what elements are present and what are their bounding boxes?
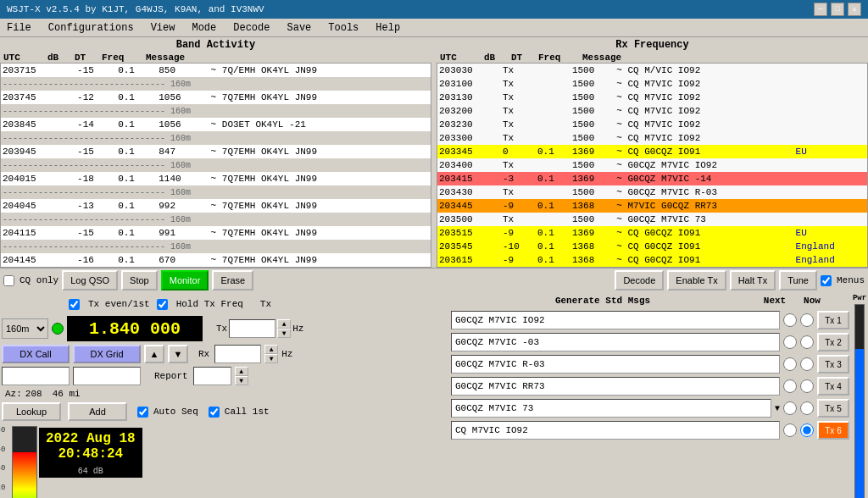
tune-button[interactable]: Tune — [779, 270, 817, 290]
table-row[interactable]: 203745 -12 0.1 1056 ~ 7Q7EMH OK4YL JN99 — [1, 91, 431, 104]
table-row[interactable]: -------------------------------- 160m — [1, 131, 431, 145]
tx-btn-3[interactable]: Tx 3 — [817, 355, 849, 374]
table-row[interactable]: 203515 -9 0.1 1369 ~ CQ G0CQZ IO91 EU — [437, 226, 867, 240]
table-row[interactable]: 203130 Tx 1500 ~ CQ M7VIC IO92 — [437, 91, 867, 104]
close-button[interactable]: ✕ — [848, 3, 861, 16]
msg-text-1[interactable] — [451, 311, 780, 329]
next-radio-3[interactable] — [783, 357, 797, 371]
table-row[interactable]: 203945 -15 0.1 847 ~ 7Q7EMH OK4YL JN99 — [1, 145, 431, 158]
tx-hz-input[interactable]: 1500 — [229, 319, 275, 338]
menu-help[interactable]: Help — [372, 20, 403, 36]
rx-hz-down[interactable]: ▼ — [264, 354, 278, 363]
table-row[interactable]: 204015 -18 0.1 1140 ~ 7Q7EMH OK4YL JN99 — [1, 172, 431, 185]
menu-configurations[interactable]: Configurations — [45, 20, 137, 36]
table-row[interactable]: 203415 -3 0.1 1369 ~ G0CQZ M7VIC -14 — [437, 172, 867, 185]
minimize-button[interactable]: ─ — [814, 3, 827, 16]
tx-even-checkbox[interactable] — [69, 299, 80, 310]
add-button[interactable]: Add — [68, 402, 127, 421]
next-radio-6[interactable] — [783, 423, 797, 437]
table-row[interactable]: 203030 Tx 1500 ~ CQ M/VIC IO92 — [437, 64, 867, 77]
table-row[interactable]: 203100 Tx 1500 ~ CQ M7VIC IO92 — [437, 77, 867, 91]
table-row[interactable]: 204045 -13 0.1 992 ~ 7Q7EMH OK4YL JN99 — [1, 199, 431, 213]
table-row[interactable]: 203200 Tx 1500 ~ CQ M7VIC IO92 — [437, 104, 867, 118]
now-radio-6[interactable] — [800, 423, 814, 437]
table-row[interactable]: -------------------------------- 160m — [1, 185, 431, 199]
lookup-button[interactable]: Lookup — [2, 402, 61, 421]
msg-text-3[interactable] — [451, 355, 780, 374]
table-row[interactable]: 203715 -15 0.1 850 ~ 7Q/EMH OK4YL JN99 — [1, 64, 431, 77]
menu-decode[interactable]: Decode — [230, 20, 273, 36]
table-row[interactable]: 203300 Tx 1500 ~ CQ M7VIC IO92 — [437, 131, 867, 145]
menu-file[interactable]: File — [3, 20, 35, 36]
tx-hz-down[interactable]: ▼ — [277, 329, 291, 338]
table-row[interactable]: 203500 Tx 1500 ~ G0CQZ M7VIC 73 — [437, 213, 867, 226]
next-radio-2[interactable] — [783, 335, 797, 349]
decode-button[interactable]: Decode — [615, 270, 664, 290]
tx-btn-6[interactable]: Tx 6 — [817, 421, 849, 440]
table-row[interactable]: -------------------------------- 160m — [1, 213, 431, 226]
stop-button[interactable]: Stop — [121, 270, 158, 290]
tx-btn-1[interactable]: Tx 1 — [817, 311, 849, 329]
band-selector[interactable]: 160m 80m 40m — [2, 318, 48, 339]
now-radio-5[interactable] — [800, 401, 814, 415]
table-row[interactable]: 203345 0 0.1 1369 ~ CQ G0CQZ IO91 EU — [437, 145, 867, 158]
next-radio-1[interactable] — [783, 313, 797, 327]
enable-tx-button[interactable]: Enable Tx — [667, 270, 726, 290]
table-row[interactable]: 203845 -14 0.1 1056 ~ DO3ET OK4YL -21 — [1, 118, 431, 131]
dx-call-button[interactable]: DX Call — [2, 345, 70, 363]
halt-tx-button[interactable]: Halt Tx — [730, 270, 776, 290]
menus-checkbox[interactable] — [821, 275, 832, 286]
auto-seq-checkbox[interactable] — [137, 407, 148, 418]
arrow-down-button[interactable]: ▼ — [168, 345, 188, 363]
table-row[interactable]: -------------------------------- 160m — [1, 240, 431, 253]
table-row[interactable]: 203545 -10 0.1 1368 ~ CQ G0CQZ IO91 Engl… — [437, 240, 867, 253]
rx-hz-input[interactable]: 1500 — [214, 345, 261, 363]
table-row[interactable]: 204145 -16 0.1 670 ~ 7Q7EMH OK4YL JN99 — [1, 253, 431, 267]
now-radio-1[interactable] — [800, 313, 814, 327]
band-activity-body[interactable]: 203715 -15 0.1 850 ~ 7Q/EMH OK4YL JN99 -… — [0, 63, 431, 268]
menu-view[interactable]: View — [147, 20, 179, 36]
table-row[interactable]: 203230 Tx 1500 ~ CQ M7VIC IO92 — [437, 118, 867, 131]
monitor-button[interactable]: Monitor — [161, 270, 209, 290]
tx-btn-4[interactable]: Tx 4 — [817, 377, 849, 396]
msg-text-2[interactable] — [451, 333, 780, 351]
menu-tools[interactable]: Tools — [325, 20, 362, 36]
tx-btn-5[interactable]: Tx 5 — [817, 399, 849, 418]
now-radio-2[interactable] — [800, 335, 814, 349]
table-row[interactable]: 203400 Tx 1500 ~ G0CQZ M7VIC IO92 — [437, 158, 867, 172]
msg-text-6[interactable] — [451, 421, 780, 440]
report-input[interactable]: -3 — [193, 367, 231, 385]
table-row[interactable]: -------------------------------- 160m — [1, 77, 431, 91]
report-down[interactable]: ▼ — [235, 376, 248, 385]
tx-hz-up[interactable]: ▲ — [277, 319, 291, 329]
log-qso-button[interactable]: Log QSO — [62, 270, 118, 290]
erase-button[interactable]: Erase — [212, 270, 253, 290]
next-radio-5[interactable] — [783, 401, 797, 415]
tx-btn-2[interactable]: Tx 2 — [817, 333, 849, 351]
report-up[interactable]: ▲ — [235, 367, 248, 376]
menu-save[interactable]: Save — [283, 20, 314, 36]
rx-hz-up[interactable]: ▲ — [264, 345, 278, 354]
grid-input[interactable]: IO91 — [73, 367, 141, 385]
next-radio-4[interactable] — [783, 379, 797, 393]
call-1st-checkbox[interactable] — [209, 407, 220, 418]
table-row[interactable]: -------------------------------- 160m — [1, 104, 431, 118]
arrow-up-button[interactable]: ▲ — [144, 345, 164, 363]
dropdown-icon-msg5[interactable]: ▼ — [775, 404, 780, 413]
hold-tx-freq-checkbox[interactable] — [157, 299, 168, 310]
table-row[interactable]: 203445 -9 0.1 1368 ~ M7VIC G0CQZ RR73 — [437, 199, 867, 213]
table-row[interactable]: 203430 Tx 1500 ~ G0CQZ M7VIC R-03 — [437, 185, 867, 199]
cq-only-checkbox[interactable] — [3, 275, 14, 286]
now-radio-4[interactable] — [800, 379, 814, 393]
msg-text-4[interactable] — [451, 377, 780, 396]
table-row[interactable]: 203615 -9 0.1 1368 ~ CQ G0CQZ IO91 Engla… — [437, 253, 867, 267]
msg-text-5[interactable] — [451, 399, 771, 418]
table-row[interactable]: 204115 -15 0.1 991 ~ 7Q7EMH OK4YL JN99 — [1, 226, 431, 240]
rx-frequency-body[interactable]: 203030 Tx 1500 ~ CQ M/VIC IO92 203100 Tx… — [437, 63, 868, 268]
table-row[interactable]: -------------------------------- 160m — [1, 158, 431, 172]
callsign-input[interactable]: G0CQZ — [2, 367, 70, 385]
now-radio-3[interactable] — [800, 357, 814, 371]
maximize-button[interactable]: □ — [831, 3, 844, 16]
menu-mode[interactable]: Mode — [188, 20, 220, 36]
dx-grid-button[interactable]: DX Grid — [73, 345, 141, 363]
